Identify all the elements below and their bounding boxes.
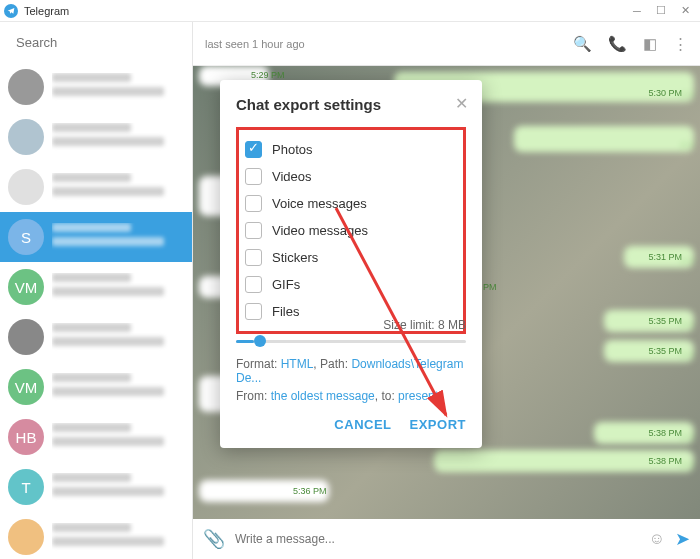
checkbox-label: Files xyxy=(272,304,299,319)
checkbox-icon xyxy=(245,249,262,266)
chat-item-selected[interactable]: S xyxy=(0,212,192,262)
checkbox-icon xyxy=(245,303,262,320)
chat-item[interactable] xyxy=(0,162,192,212)
minimize-button[interactable]: ─ xyxy=(632,6,642,16)
chat-item[interactable]: HB xyxy=(0,412,192,462)
checkbox-label: Video messages xyxy=(272,223,368,238)
chat-item[interactable] xyxy=(0,62,192,112)
checkbox-photos[interactable]: Photos xyxy=(245,136,457,163)
message-time: 5:36 PM xyxy=(293,486,327,496)
close-icon[interactable]: ✕ xyxy=(455,94,468,113)
from-to-line: From: the oldest message, to: present xyxy=(236,389,466,403)
checkbox-icon xyxy=(245,141,262,158)
format-link[interactable]: HTML xyxy=(281,357,314,371)
checkbox-icon xyxy=(245,222,262,239)
message-time: 5:35 PM xyxy=(648,316,682,326)
search-icon[interactable]: 🔍 xyxy=(573,35,592,53)
message-time: 5:31 PM xyxy=(648,252,682,262)
message-composer: 📎 ☺ ➤ xyxy=(193,519,700,559)
call-icon[interactable]: 📞 xyxy=(608,35,627,53)
window-title: Telegram xyxy=(24,5,69,17)
send-button[interactable]: ➤ xyxy=(675,528,690,550)
checkbox-icon xyxy=(245,276,262,293)
dialog-title: Chat export settings xyxy=(236,96,466,113)
cancel-button[interactable]: CANCEL xyxy=(334,417,391,432)
emoji-icon[interactable]: ☺ xyxy=(649,530,665,548)
checkbox-voice[interactable]: Voice messages xyxy=(245,190,457,217)
checkbox-stickers[interactable]: Stickers xyxy=(245,244,457,271)
checkbox-icon xyxy=(245,195,262,212)
checkbox-label: Videos xyxy=(272,169,312,184)
avatar: VM xyxy=(8,369,44,405)
sidebar: 🔒 S VM VM HB T xyxy=(0,22,193,559)
size-limit-label: Size limit: 8 MB xyxy=(236,318,466,332)
close-window-button[interactable]: ✕ xyxy=(680,6,690,16)
window-titlebar: Telegram ─ ☐ ✕ xyxy=(0,0,700,22)
chat-item[interactable] xyxy=(0,112,192,162)
last-seen-status: last seen 1 hour ago xyxy=(205,38,305,50)
checkbox-label: Voice messages xyxy=(272,196,367,211)
chat-header: last seen 1 hour ago 🔍 📞 ◧ ⋮ xyxy=(193,22,700,66)
telegram-icon xyxy=(4,4,18,18)
avatar: T xyxy=(8,469,44,505)
message-out[interactable] xyxy=(514,126,694,152)
checkbox-label: GIFs xyxy=(272,277,300,292)
checkbox-gifs[interactable]: GIFs xyxy=(245,271,457,298)
annotation-highlight: Photos Videos Voice messages Video messa… xyxy=(236,127,466,334)
checkbox-label: Stickers xyxy=(272,250,318,265)
chat-item[interactable]: VM xyxy=(0,262,192,312)
chat-item[interactable] xyxy=(0,512,192,559)
avatar: HB xyxy=(8,419,44,455)
maximize-button[interactable]: ☐ xyxy=(656,6,666,16)
more-icon[interactable]: ⋮ xyxy=(673,35,688,53)
message-time: 5:38 PM xyxy=(648,456,682,466)
attach-icon[interactable]: 📎 xyxy=(203,528,225,550)
avatar: S xyxy=(8,219,44,255)
chat-item[interactable] xyxy=(0,312,192,362)
message-time: 5:30 PM xyxy=(648,88,682,98)
format-path-line: Format: HTML, Path: Downloads\Telegram D… xyxy=(236,357,466,385)
checkbox-videomsg[interactable]: Video messages xyxy=(245,217,457,244)
export-button[interactable]: EXPORT xyxy=(410,417,466,432)
message-time: 5:35 PM xyxy=(648,346,682,356)
avatar: VM xyxy=(8,269,44,305)
search-input[interactable] xyxy=(16,35,184,50)
chat-item[interactable]: T xyxy=(0,462,192,512)
sidepanel-icon[interactable]: ◧ xyxy=(643,35,657,53)
export-settings-dialog: Chat export settings ✕ Photos Videos Voi… xyxy=(220,80,482,448)
chat-item[interactable]: VM xyxy=(0,362,192,412)
checkbox-label: Photos xyxy=(272,142,312,157)
checkbox-videos[interactable]: Videos xyxy=(245,163,457,190)
size-slider[interactable] xyxy=(236,340,466,343)
chat-list: S VM VM HB T xyxy=(0,62,192,559)
from-link[interactable]: the oldest message xyxy=(271,389,375,403)
message-time: 5:38 PM xyxy=(648,428,682,438)
message-time: 5:29 PM xyxy=(251,70,285,80)
message-input[interactable] xyxy=(235,532,639,546)
checkbox-icon xyxy=(245,168,262,185)
to-link[interactable]: present xyxy=(398,389,438,403)
